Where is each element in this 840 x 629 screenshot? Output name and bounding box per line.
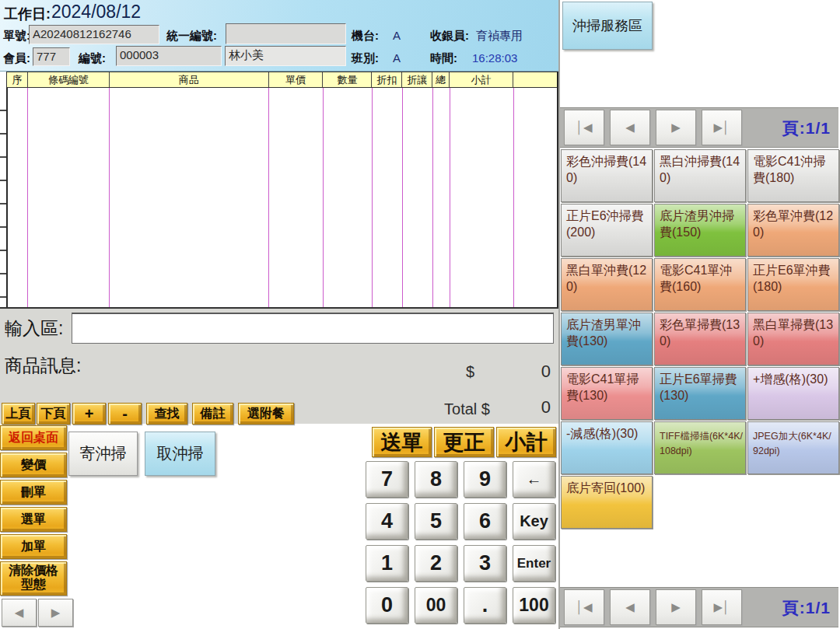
col-total-flag: 總: [432, 72, 450, 87]
correct-button[interactable]: 更正: [434, 427, 494, 457]
page-indicator: 頁:1/1: [782, 117, 831, 139]
entry-input[interactable]: [72, 313, 554, 344]
first-page-button[interactable]: │◀: [564, 110, 604, 145]
col-allowance: 折讓: [402, 72, 432, 87]
prev-page-button[interactable]: ◀: [610, 110, 650, 145]
col-subtotal: 小計: [450, 72, 513, 87]
numpad-key-8[interactable]: 8: [415, 461, 457, 498]
product-button[interactable]: 黑白單掃費(130): [747, 313, 839, 365]
member-name-field[interactable]: 林小美: [225, 46, 346, 66]
product-button[interactable]: 正片E6沖掃費(200): [561, 204, 653, 257]
product-pager-top: │◀ ◀ ▶ ▶│ 頁:1/1: [560, 107, 838, 148]
last-page-button[interactable]: ▶│: [702, 589, 742, 625]
machine-label: 機台:: [352, 29, 379, 44]
minus-button[interactable]: -: [108, 403, 142, 425]
product-button[interactable]: 電影C41沖掃費(180): [747, 149, 839, 202]
return-desktop-button[interactable]: 返回桌面: [0, 425, 67, 450]
product-button[interactable]: -減感(格)(30): [561, 421, 653, 474]
next-page-button[interactable]: ▶: [656, 589, 696, 625]
add-order-button[interactable]: 加單: [0, 534, 67, 559]
product-message-label: 商品訊息:: [5, 354, 81, 378]
product-button[interactable]: 底片寄回(100): [561, 476, 653, 529]
numpad-key-00[interactable]: 00: [415, 587, 457, 624]
send-order-button[interactable]: 送單: [372, 427, 432, 457]
product-button[interactable]: 底片渣男沖掃費(150): [654, 204, 746, 257]
product-button[interactable]: 彩色單掃費(130): [654, 313, 746, 365]
change-price-button[interactable]: 變價: [0, 453, 67, 477]
numpad: 7 8 9 ← 4 5 6 Key 1 2 3 Enter 0 00 . 100: [366, 461, 555, 624]
numpad-key-key[interactable]: Key: [513, 503, 555, 540]
numpad-key-6[interactable]: 6: [464, 503, 506, 540]
row-tick-strip: [0, 88, 6, 307]
left-pager-next-button[interactable]: ▶: [38, 599, 73, 627]
product-button[interactable]: 黑白沖掃費(140): [654, 149, 746, 202]
park-order-button[interactable]: 寄沖掃: [68, 432, 138, 476]
tax-id-field[interactable]: [226, 23, 346, 44]
product-button[interactable]: 正片E6單沖費(180): [747, 258, 839, 311]
currency-symbol: $: [436, 363, 474, 381]
shift-label: 班別:: [352, 51, 379, 66]
product-button[interactable]: 電影C41單掃費(130): [561, 367, 653, 420]
entry-panel: 輸入區: 商品訊息: $ 0 Total $ 0 上頁 下頁 + - 查找 備註…: [0, 309, 560, 424]
product-button[interactable]: 正片E6單掃費(130): [654, 367, 746, 420]
note-button[interactable]: 備註: [192, 403, 233, 425]
subtotal-button[interactable]: 小計: [496, 427, 556, 457]
delete-order-button[interactable]: 刪單: [0, 480, 67, 505]
develop-scan-category-button[interactable]: 沖掃服務區: [562, 2, 653, 50]
left-pager-prev-button[interactable]: ◀: [2, 599, 37, 627]
numpad-key-dot[interactable]: .: [464, 587, 506, 624]
last-page-button[interactable]: ▶│: [702, 110, 742, 145]
prev-page-button[interactable]: ◀: [610, 589, 650, 625]
next-page-button[interactable]: ▶: [656, 110, 696, 145]
plus-button[interactable]: +: [72, 403, 106, 425]
numpad-key-0[interactable]: 0: [366, 587, 408, 624]
product-button[interactable]: 彩色單沖費(120): [747, 204, 839, 257]
workday-value: 2024/08/12: [51, 2, 141, 23]
cashier-label: 收銀員:: [430, 29, 469, 44]
numpad-key-enter[interactable]: Enter: [513, 545, 555, 582]
numpad-key-3[interactable]: 3: [464, 545, 506, 582]
order-no-field[interactable]: A20240812162746: [29, 25, 159, 44]
numpad-key-2[interactable]: 2: [415, 545, 457, 582]
clear-price-type-button[interactable]: 清除價格型態: [0, 561, 67, 596]
col-product: 商品: [110, 72, 269, 87]
retrieve-order-button[interactable]: 取沖掃: [145, 432, 215, 476]
numpad-key-4[interactable]: 4: [366, 503, 408, 540]
col-unit-price: 單價: [269, 72, 324, 87]
product-button[interactable]: TIFF檔掃描(6K*4K/108dpi): [654, 421, 746, 474]
search-button[interactable]: 查找: [146, 403, 187, 425]
numpad-key-7[interactable]: 7: [366, 461, 408, 498]
numpad-key-9[interactable]: 9: [464, 461, 506, 498]
member-label: 會員:: [3, 51, 30, 66]
product-button[interactable]: +增感(格)(30): [747, 367, 839, 420]
first-page-button[interactable]: │◀: [564, 589, 604, 625]
product-button[interactable]: JPEG加大(6K*4K/92dpi): [747, 421, 839, 474]
product-button[interactable]: 底片渣男單沖費(130): [561, 313, 653, 365]
table-border-left: [6, 88, 8, 307]
shift-value: A: [393, 51, 401, 65]
numpad-key-100[interactable]: 100: [513, 587, 555, 624]
numpad-key-1[interactable]: 1: [366, 545, 408, 582]
cashier-value: 育禎專用: [476, 29, 523, 44]
member-field[interactable]: 777: [33, 47, 70, 66]
select-order-button[interactable]: 選單: [0, 507, 67, 532]
category-panel: 沖掃服務區 │◀ ◀ ▶ ▶│ 頁:1/1 彩色沖掃費(140) 黑白沖掃費(1…: [560, 0, 840, 629]
numpad-key-5[interactable]: 5: [415, 503, 457, 540]
side-dish-button[interactable]: 選附餐: [238, 403, 294, 425]
prev-page-button[interactable]: 上頁: [2, 403, 35, 425]
product-button[interactable]: 黑白單沖費(120): [561, 258, 653, 311]
col-qty: 數量: [323, 72, 372, 87]
tax-id-label: 統一編號:: [166, 29, 217, 44]
numpad-key-backspace[interactable]: ←: [513, 461, 555, 498]
next-page-button[interactable]: 下頁: [37, 403, 70, 425]
product-button[interactable]: 彩色沖掃費(140): [561, 149, 653, 202]
right-arrow-icon: ▶: [51, 606, 61, 620]
left-arrow-icon: ◀: [625, 121, 635, 135]
column-gridline: [402, 88, 403, 307]
member-no-field[interactable]: 000003: [116, 46, 222, 66]
left-arrow-icon: ◀: [15, 606, 24, 620]
col-empty: [513, 72, 557, 87]
column-gridline: [109, 88, 110, 307]
product-button[interactable]: 電影C41單沖費(160): [654, 258, 746, 311]
order-table-body[interactable]: [0, 88, 560, 309]
